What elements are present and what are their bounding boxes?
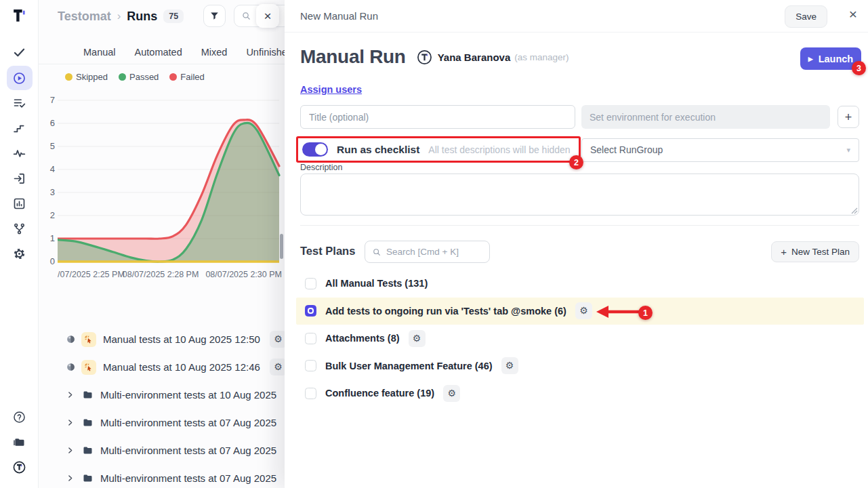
test-plan-row[interactable]: Add tests to ongoing run via 'Tests' tab… [296, 298, 864, 325]
sidebar-nav-button[interactable] [7, 166, 33, 191]
add-environment-button[interactable]: + [838, 106, 859, 128]
sidebar-nav-button[interactable] [7, 66, 33, 90]
gear-icon[interactable]: ⚙ [575, 302, 592, 319]
gear-icon[interactable]: ⚙ [443, 385, 460, 402]
breadcrumb-page: Runs [127, 9, 157, 24]
breadcrumb-project[interactable]: Testomat [58, 9, 111, 24]
sidebar-bottom-button[interactable] [7, 455, 33, 480]
runs-tab[interactable]: Unfinished [246, 47, 285, 58]
environment-input[interactable] [581, 105, 830, 129]
legend-dot [65, 73, 73, 81]
testomat-logo-icon [11, 7, 28, 24]
runs-tabbar: Manual Automated Mixed Unfinished [39, 40, 285, 64]
runs-list-item[interactable]: Multi-environment tests at 07 Aug 2025 [39, 464, 285, 488]
breadcrumb: Testomat › Runs 75 [58, 7, 184, 25]
run-title[interactable]: Multi-environment tests at 07 Aug 2025 [100, 417, 276, 428]
runs-tab[interactable]: Manual [83, 47, 116, 58]
manual-run-cursor-click-icon [81, 360, 96, 375]
y-axis-tick-label: 2 [44, 210, 55, 220]
run-as-checklist-row: Run as checklist All test descriptions w… [298, 138, 579, 161]
sidebar-nav-icon [12, 222, 26, 236]
run-title-input[interactable] [300, 105, 575, 129]
runs-list-item[interactable]: Multi-environment tests at 10 Aug 2025 [39, 381, 285, 409]
gear-icon[interactable]: ⚙ [409, 330, 426, 347]
manager-name: Yana Baranova [438, 52, 511, 63]
filter-button[interactable] [203, 5, 226, 27]
close-icon[interactable]: × [849, 7, 857, 21]
search-icon [241, 11, 251, 21]
save-button[interactable]: Save [785, 5, 827, 28]
assign-users-link[interactable]: Assign users [300, 84, 362, 95]
legend-dot [169, 73, 177, 81]
y-axis-tick-label: 4 [44, 164, 55, 174]
test-plan-checkbox[interactable] [305, 278, 316, 289]
chevron-down-icon: ▾ [846, 139, 850, 161]
test-plans-search-input[interactable] [386, 247, 481, 257]
chevron-right-icon[interactable] [66, 474, 75, 483]
gear-icon[interactable]: ⚙ [501, 357, 518, 374]
rungroup-select[interactable]: Select RunGroup ▾ [581, 138, 859, 162]
test-plan-row[interactable]: Confluence feature (19) ⚙ [296, 380, 864, 407]
gear-icon[interactable]: ⚙ [270, 331, 285, 348]
chevron-right-icon[interactable] [66, 390, 75, 399]
search-clear-button[interactable]: × [256, 4, 279, 28]
test-plan-checkbox[interactable] [305, 305, 316, 317]
sidebar-nav-button[interactable] [7, 241, 33, 266]
new-test-plan-button[interactable]: + New Test Plan [771, 241, 859, 262]
run-title[interactable]: Multi-environment tests at 07 Aug 2025 [100, 445, 276, 456]
runs-list-item[interactable]: Manual tests at 10 Aug 2025 12:46 ⚙ [39, 353, 285, 381]
sidebar-bottom-button[interactable] [7, 405, 33, 430]
annotation-step-2-badge: 2 [569, 155, 583, 169]
y-axis-tick-label: 1 [44, 233, 55, 243]
sidebar-nav-icon [12, 197, 26, 211]
test-plan-row[interactable]: All Manual Tests (131) [296, 270, 864, 298]
chart-plot-area: 08/07/2025 2:25 PM08/07/2025 2:28 PM08/0… [58, 92, 285, 290]
x-axis-tick-label: 08/07/2025 2:25 PM [58, 270, 125, 279]
runs-tab[interactable]: Mixed [201, 47, 228, 58]
runs-tab[interactable]: Automated [135, 47, 182, 58]
panel-scrollbar-thumb[interactable] [280, 234, 283, 259]
legend-item: Failed [169, 72, 204, 82]
test-plans-title: Test Plans [300, 245, 355, 258]
run-title[interactable]: Multi-environment tests at 10 Aug 2025 [100, 389, 276, 401]
sidebar-nav-button[interactable] [7, 216, 33, 241]
sidebar-nav-icon [12, 171, 26, 186]
run-title[interactable]: Manual tests at 10 Aug 2025 12:46 [103, 361, 260, 373]
folder-icon [82, 417, 94, 428]
chevron-right-icon[interactable] [66, 418, 75, 427]
runs-list-item[interactable]: Multi-environment tests at 07 Aug 2025 [39, 436, 285, 464]
gear-icon[interactable]: ⚙ [270, 359, 285, 375]
sidebar-nav-button[interactable] [7, 191, 33, 216]
test-plan-checkbox[interactable] [305, 388, 316, 399]
runs-list-item[interactable]: Manual tests at 10 Aug 2025 12:50 ⚙ [39, 325, 285, 353]
run-as-checklist-toggle[interactable] [302, 142, 328, 157]
test-plan-checkbox[interactable] [305, 333, 316, 344]
folder-icon [82, 389, 94, 401]
sidebar-bottom-button[interactable] [7, 430, 33, 455]
test-plan-row[interactable]: Attachments (8) ⚙ [296, 325, 864, 352]
sidebar-nav [0, 40, 39, 266]
sidebar-nav-button[interactable] [7, 141, 33, 166]
sidebar-nav-button[interactable] [7, 91, 33, 116]
chevron-right-icon[interactable] [66, 446, 75, 455]
runs-list-item[interactable]: Multi-environment tests at 07 Aug 2025 [39, 409, 285, 436]
annotation-step-1-badge: 1 [638, 306, 653, 320]
sidebar-bottom-icon [12, 460, 26, 474]
sidebar-nav-button[interactable] [7, 116, 33, 141]
run-status-sphere-icon [66, 362, 76, 372]
test-plan-row[interactable]: Bulk User Management Feature (46) ⚙ [296, 352, 864, 380]
sidebar-nav-icon [12, 146, 26, 161]
description-textarea[interactable] [300, 174, 859, 216]
sidebar-nav-icon [12, 96, 26, 110]
sidebar-nav-button[interactable] [7, 40, 33, 65]
run-title[interactable]: Multi-environment tests at 07 Aug 2025 [100, 472, 276, 484]
sidebar-bottom-icon [12, 410, 26, 424]
folder-icon [82, 445, 94, 456]
y-axis-tick-label: 6 [44, 118, 55, 128]
run-title[interactable]: Manual tests at 10 Aug 2025 12:50 [103, 333, 260, 345]
page-title: Manual Run [300, 46, 406, 68]
sidebar-bottom-icon [12, 435, 26, 449]
manager-role: (as manager) [514, 52, 569, 62]
manager-avatar [417, 49, 432, 65]
test-plan-checkbox[interactable] [305, 360, 316, 371]
